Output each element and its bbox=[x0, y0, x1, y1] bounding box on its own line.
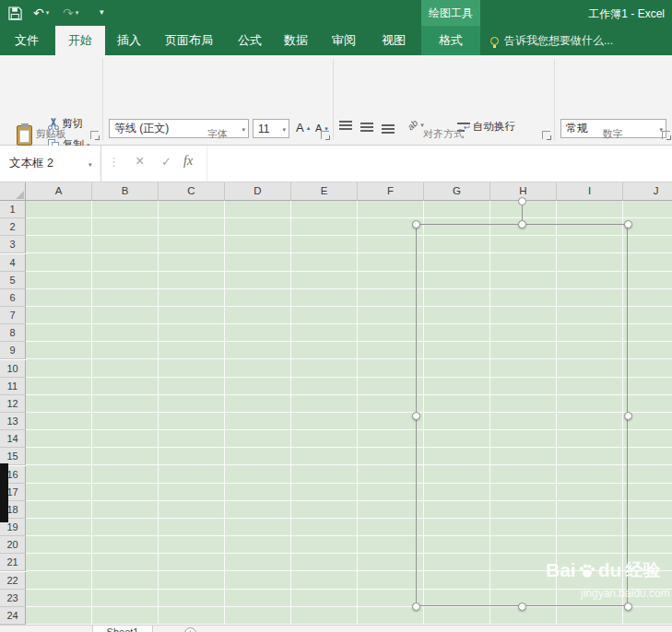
title-bar: ↶ ▾ ↷ ▾ ▾ 绘图工具 工作簿1 - Excel bbox=[0, 0, 672, 26]
tab-insert[interactable]: 插入 bbox=[108, 26, 150, 55]
font-group-label: 字体 bbox=[103, 127, 332, 141]
number-dialog-launcher-icon[interactable] bbox=[662, 131, 670, 139]
cancel-icon[interactable]: × bbox=[136, 153, 144, 170]
new-sheet-button[interactable]: + bbox=[184, 627, 196, 632]
column-header-B[interactable]: B bbox=[92, 182, 159, 201]
row-header-20[interactable]: 20 bbox=[0, 536, 26, 554]
watermark-brand-suffix: du bbox=[598, 559, 622, 581]
redo-dropdown-icon[interactable]: ▾ bbox=[76, 9, 79, 17]
tab-review[interactable]: 审阅 bbox=[320, 26, 368, 55]
enter-icon[interactable]: ✓ bbox=[161, 155, 171, 169]
baidu-paw-icon bbox=[578, 561, 596, 579]
number-group-label: 数字 bbox=[555, 127, 670, 141]
ribbon-tab-row: 文件 开始 插入 页面布局 公式 数据 审阅 视图 格式 告诉我您想要做什么..… bbox=[0, 26, 672, 55]
tab-view[interactable]: 视图 bbox=[370, 26, 418, 55]
row-header-24[interactable]: 24 bbox=[0, 607, 26, 625]
select-all-corner[interactable] bbox=[0, 182, 26, 201]
contextual-tab-group-label: 绘图工具 bbox=[421, 0, 480, 26]
formula-input[interactable] bbox=[206, 146, 672, 181]
column-header-C[interactable]: C bbox=[159, 182, 225, 201]
row-header-22[interactable]: 22 bbox=[0, 572, 26, 590]
redo-button[interactable]: ↷ ▾ bbox=[63, 3, 78, 23]
column-header-D[interactable]: D bbox=[225, 182, 291, 201]
row-header-4[interactable]: 4 bbox=[0, 254, 26, 272]
row-header-9[interactable]: 9 bbox=[0, 342, 26, 359]
alignment-dialog-launcher-icon[interactable] bbox=[542, 131, 550, 139]
redo-icon: ↷ bbox=[63, 6, 74, 20]
column-header-F[interactable]: F bbox=[358, 182, 424, 201]
rotate-handle[interactable] bbox=[518, 197, 526, 205]
watermark-brand: Bai du 经验 bbox=[546, 558, 672, 582]
row-header-2[interactable]: 2 bbox=[0, 218, 26, 236]
row-header-23[interactable]: 23 bbox=[0, 590, 26, 607]
tell-me-box[interactable]: 告诉我您想要做什么... bbox=[490, 26, 613, 55]
selection-handle-middle-right[interactable] bbox=[624, 412, 632, 420]
watermark-brand-cn: 经验 bbox=[625, 558, 660, 582]
column-header-A[interactable]: A bbox=[26, 182, 92, 201]
lightbulb-icon bbox=[490, 37, 499, 45]
column-header-J[interactable]: J bbox=[623, 182, 672, 201]
row-header-12[interactable]: 12 bbox=[0, 395, 26, 413]
name-box-dropdown-icon[interactable]: ▾ bbox=[88, 161, 92, 168]
save-button[interactable] bbox=[8, 3, 22, 23]
row-header-11[interactable]: 11 bbox=[0, 378, 26, 395]
row-header-3[interactable]: 3 bbox=[0, 236, 26, 253]
selection-handle-bottom-center[interactable] bbox=[518, 603, 526, 611]
save-icon bbox=[8, 6, 22, 20]
selection-handle-bottom-right[interactable] bbox=[624, 603, 632, 611]
font-dialog-launcher-icon[interactable] bbox=[321, 131, 329, 139]
row-header-8[interactable]: 8 bbox=[0, 324, 26, 342]
row-header-14[interactable]: 14 bbox=[0, 430, 26, 448]
tell-me-label: 告诉我您想要做什么... bbox=[504, 33, 613, 49]
column-header-E[interactable]: E bbox=[291, 182, 358, 201]
insert-function-icon[interactable]: fx bbox=[183, 154, 193, 169]
selection-handle-top-left[interactable] bbox=[412, 220, 420, 228]
undo-dropdown-icon[interactable]: ▾ bbox=[46, 9, 50, 17]
undo-button[interactable]: ↶ ▾ bbox=[33, 3, 49, 23]
clipboard-group-label: 剪贴板 bbox=[0, 127, 101, 141]
tab-formulas[interactable]: 公式 bbox=[228, 26, 272, 55]
formula-bar: 文本框 2 ▾ ⋮ × ✓ fx bbox=[0, 146, 672, 182]
formula-bar-grip-icon[interactable]: ⋮ bbox=[108, 155, 120, 169]
tab-format[interactable]: 格式 bbox=[421, 26, 480, 55]
row-header-5[interactable]: 5 bbox=[0, 272, 26, 289]
clipboard-dialog-launcher-icon[interactable] bbox=[90, 131, 99, 139]
tab-page-layout[interactable]: 页面布局 bbox=[152, 26, 226, 55]
row-header-13[interactable]: 13 bbox=[0, 413, 26, 430]
row-header-7[interactable]: 7 bbox=[0, 307, 26, 324]
excel-window: ↶ ▾ ↷ ▾ ▾ 绘图工具 工作簿1 - Excel 文件 开始 插入 页面布… bbox=[0, 0, 672, 632]
selection-handle-top-right[interactable] bbox=[624, 220, 632, 228]
customize-quick-access-icon[interactable]: ▾ bbox=[100, 7, 104, 17]
row-header-overlay-bar bbox=[0, 463, 8, 522]
tab-home[interactable]: 开始 bbox=[55, 26, 105, 55]
sheet-tab-bar: Sheet1 + bbox=[0, 625, 672, 632]
row-header-21[interactable]: 21 bbox=[0, 554, 26, 571]
row-header-6[interactable]: 6 bbox=[0, 289, 26, 307]
undo-icon: ↶ bbox=[33, 6, 44, 20]
row-header-10[interactable]: 10 bbox=[0, 360, 26, 378]
selection-handle-middle-left[interactable] bbox=[412, 412, 420, 420]
column-header-G[interactable]: G bbox=[424, 182, 490, 201]
name-box-value: 文本框 2 bbox=[9, 156, 53, 171]
row-header-1[interactable]: 1 bbox=[0, 201, 26, 218]
sheet-tab[interactable]: Sheet1 bbox=[92, 626, 153, 632]
window-title: 工作簿1 - Excel bbox=[588, 6, 665, 22]
tab-data[interactable]: 数据 bbox=[274, 26, 318, 55]
ribbon: 粘贴 ▾ 剪切 复制 ▾ 格式刷 剪贴板 等线 (正文) ▾ 11 ▾ A bbox=[0, 55, 672, 146]
tab-file[interactable]: 文件 bbox=[0, 26, 53, 55]
selection-handle-top-center[interactable] bbox=[518, 220, 526, 228]
selection-handle-bottom-left[interactable] bbox=[412, 603, 420, 611]
alignment-group-label: 对齐方式 bbox=[334, 127, 553, 141]
watermark-url: jingyan.baidu.com bbox=[581, 587, 672, 600]
textbox-shape[interactable] bbox=[416, 224, 628, 606]
watermark: Bai du 经验 jingyan.baidu.com bbox=[546, 558, 672, 600]
column-header-I[interactable]: I bbox=[557, 182, 623, 201]
watermark-brand-prefix: Bai bbox=[546, 559, 576, 581]
name-box[interactable]: 文本框 2 bbox=[0, 146, 101, 181]
